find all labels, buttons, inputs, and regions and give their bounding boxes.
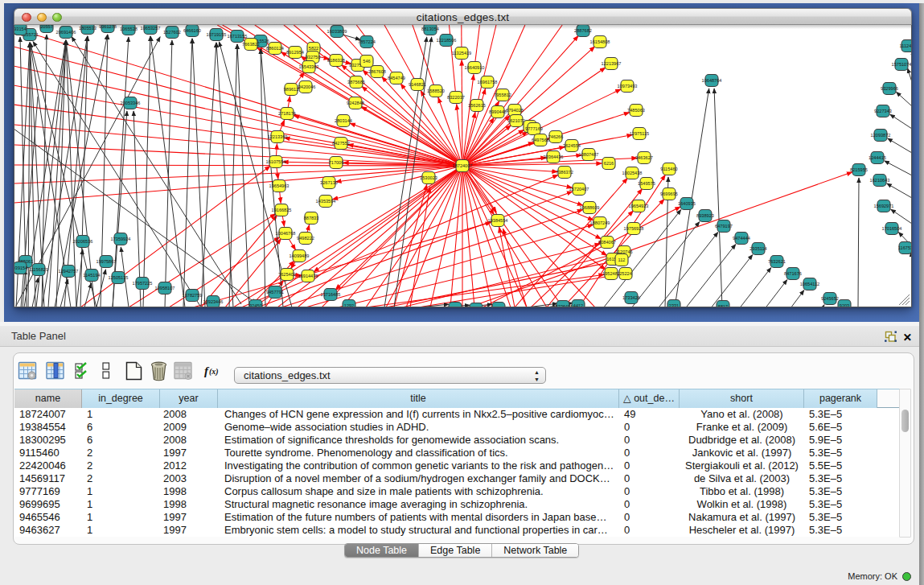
svg-text:1733426: 1733426 — [622, 295, 640, 300]
svg-text:546: 546 — [363, 59, 370, 64]
svg-text:9457791: 9457791 — [266, 290, 284, 295]
svg-text:17359924: 17359924 — [111, 237, 131, 241]
svg-text:6794028: 6794028 — [506, 108, 524, 113]
svg-text:14353594: 14353594 — [316, 199, 336, 204]
svg-text:11156829: 11156829 — [29, 267, 48, 272]
svg-text:3624554: 3624554 — [563, 143, 581, 148]
svg-text:14099489: 14099489 — [290, 253, 310, 258]
svg-text:3267130: 3267130 — [320, 180, 338, 185]
svg-text:1530023: 1530023 — [420, 175, 437, 180]
svg-text:6216: 6216 — [604, 161, 614, 166]
svg-text:10973493: 10973493 — [618, 84, 638, 89]
svg-text:1527602: 1527602 — [163, 30, 181, 35]
svg-text:17016504: 17016504 — [882, 226, 902, 231]
svg-text:9115460: 9115460 — [660, 167, 677, 171]
svg-text:9932: 9932 — [494, 306, 503, 307]
svg-text:19975867: 19975867 — [97, 259, 117, 264]
svg-text:15692971: 15692971 — [874, 204, 894, 208]
svg-text:887833: 887833 — [304, 216, 319, 220]
svg-text:18807249: 18807249 — [590, 220, 610, 225]
svg-text:9699695: 9699695 — [660, 192, 678, 196]
svg-text:8817: 8817 — [718, 304, 728, 307]
svg-text:19756928: 19756928 — [624, 226, 644, 231]
svg-text:9474444: 9474444 — [733, 236, 750, 241]
svg-text:17957225: 17957225 — [133, 281, 153, 286]
svg-text:1292: 1292 — [344, 303, 354, 307]
svg-text:8912954: 8912954 — [286, 50, 304, 55]
svg-text:12213369: 12213369 — [268, 134, 288, 139]
svg-text:8427552: 8427552 — [332, 141, 350, 146]
svg-text:15736485: 15736485 — [553, 304, 573, 307]
svg-text:12213967: 12213967 — [602, 61, 622, 66]
svg-text:20206536: 20206536 — [73, 239, 93, 244]
svg-text:9227343: 9227343 — [874, 109, 892, 113]
svg-text:19384554: 19384554 — [488, 218, 508, 223]
svg-text:939154: 939154 — [14, 266, 27, 270]
svg-text:10719155: 10719155 — [207, 32, 227, 37]
svg-text:3875685: 3875685 — [347, 80, 365, 84]
svg-text:8215955: 8215955 — [850, 167, 868, 172]
svg-text:12975115: 12975115 — [630, 131, 649, 136]
svg-text:1952481: 1952481 — [602, 271, 620, 276]
svg-text:19166825: 19166825 — [272, 208, 292, 212]
svg-text:10046768: 10046768 — [276, 231, 296, 236]
svg-text:7120: 7120 — [471, 307, 481, 307]
svg-text:717006: 717006 — [329, 160, 344, 165]
svg-text:16782759: 16782759 — [183, 293, 203, 298]
svg-text:12093872: 12093872 — [871, 133, 891, 138]
svg-text:8990448: 8990448 — [489, 109, 507, 114]
svg-text:9242848: 9242848 — [347, 101, 364, 105]
svg-text:1145194: 1145194 — [83, 273, 100, 278]
svg-text:92450: 92450 — [249, 303, 262, 307]
svg-text:20364436: 20364436 — [544, 154, 564, 159]
svg-text:7632621: 7632621 — [768, 259, 786, 264]
svg-text:20691406: 20691406 — [56, 30, 76, 35]
svg-text:10654112: 10654112 — [800, 282, 819, 286]
svg-text:16154808: 16154808 — [590, 39, 610, 44]
svg-text:19654963: 19654963 — [269, 183, 290, 188]
svg-text:9777169: 9777169 — [525, 126, 543, 131]
svg-text:16713155: 16713155 — [228, 34, 248, 39]
svg-text:16107554: 16107554 — [266, 159, 286, 164]
svg-text:10958107: 10958107 — [155, 286, 175, 290]
svg-text:1588520: 1588520 — [427, 89, 445, 93]
svg-text:16914479: 16914479 — [298, 274, 318, 278]
svg-text:9084067: 9084067 — [598, 240, 616, 245]
svg-text:16543362: 16543362 — [299, 64, 319, 69]
svg-text:13716485: 13716485 — [321, 292, 341, 297]
svg-text:112: 112 — [618, 257, 626, 262]
svg-text:7955812: 7955812 — [494, 93, 511, 97]
svg-text:1549575: 1549575 — [638, 181, 655, 186]
svg-text:16033809: 16033809 — [327, 29, 347, 34]
svg-text:16210643: 16210643 — [870, 178, 890, 183]
svg-text:6479197: 6479197 — [715, 224, 733, 229]
svg-text:16640910: 16640910 — [465, 65, 485, 70]
svg-text:8186328: 8186328 — [327, 58, 345, 63]
svg-text:7485063: 7485063 — [627, 108, 645, 113]
svg-text:4412: 4412 — [573, 303, 583, 307]
svg-text:989612: 989612 — [284, 87, 299, 92]
svg-text:8322037: 8322037 — [447, 95, 465, 100]
svg-text:8454749: 8454749 — [388, 76, 405, 80]
svg-text:(x): (x) — [209, 367, 219, 377]
svg-text:116753: 116753 — [898, 245, 912, 250]
svg-text:2718176: 2718176 — [278, 111, 296, 116]
svg-text:7663822: 7663822 — [242, 42, 260, 47]
svg-text:10025438: 10025438 — [622, 171, 643, 175]
svg-text:2803144: 2803144 — [335, 118, 352, 123]
svg-text:10688609: 10688609 — [580, 205, 600, 210]
svg-text:15751074: 15751074 — [892, 62, 912, 67]
svg-text:15720407: 15720407 — [569, 187, 589, 192]
svg-text:7625402: 7625402 — [278, 272, 296, 277]
svg-text:18724007: 18724007 — [453, 163, 473, 168]
svg-text:746266: 746266 — [548, 134, 564, 139]
svg-text:1562615: 1562615 — [468, 103, 486, 108]
svg-text:8938923: 8938923 — [696, 213, 714, 218]
svg-text:11325419: 11325419 — [452, 51, 471, 56]
svg-text:1120746: 1120746 — [615, 249, 632, 254]
svg-text:7857224: 7857224 — [358, 39, 376, 44]
svg-text:12218506: 12218506 — [437, 38, 457, 43]
svg-text:9463627: 9463627 — [635, 155, 653, 160]
svg-text:8471676: 8471676 — [784, 271, 802, 276]
svg-text:5822: 5822 — [309, 46, 318, 51]
